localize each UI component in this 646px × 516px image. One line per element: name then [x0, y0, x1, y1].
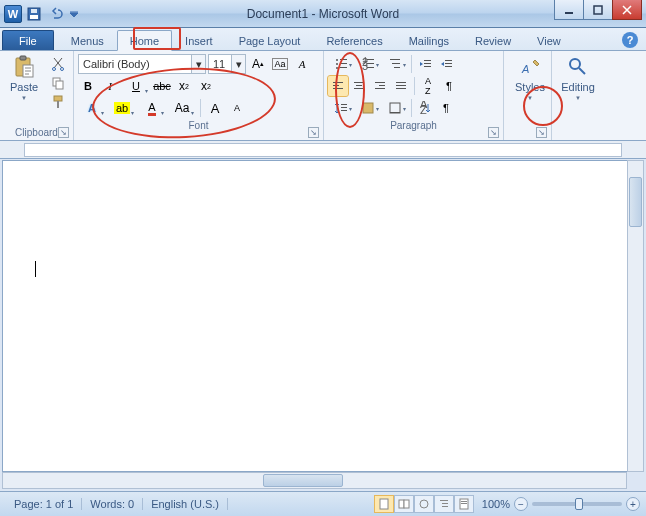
font-size-value: 11 [213, 58, 225, 70]
sort2-icon[interactable]: AZ [415, 98, 435, 118]
vertical-scrollbar[interactable] [627, 160, 644, 472]
horizontal-scrollbar[interactable] [2, 472, 627, 489]
grow-font-icon[interactable]: A▴ [248, 54, 268, 74]
font-group-label: Font [78, 119, 319, 133]
save-icon[interactable] [24, 4, 44, 24]
styles-dialog-launcher[interactable] [536, 127, 547, 138]
svg-rect-41 [375, 82, 385, 83]
svg-rect-17 [340, 63, 347, 64]
increase-indent-icon[interactable] [436, 54, 456, 74]
group-editing: Editing ▼ [552, 51, 600, 140]
tab-review[interactable]: Review [462, 30, 524, 50]
maximize-button[interactable] [583, 0, 613, 20]
sort-icon[interactable]: AZ [418, 76, 438, 96]
zoom-in-button[interactable]: + [626, 497, 640, 511]
ribbon-tabs: File Menus Home Insert Page Layout Refer… [0, 28, 646, 51]
svg-rect-29 [424, 60, 431, 61]
svg-rect-59 [404, 500, 409, 508]
align-right-icon[interactable] [370, 76, 390, 96]
cut-icon[interactable] [48, 55, 68, 73]
minimize-button[interactable] [554, 0, 584, 20]
page[interactable] [27, 161, 619, 471]
draft-view-icon[interactable] [454, 495, 474, 513]
svg-rect-31 [424, 66, 431, 67]
undo-icon[interactable] [46, 4, 66, 24]
copy-icon[interactable] [48, 74, 68, 92]
font-name-combo[interactable]: Calibri (Body)▾ [78, 54, 206, 74]
format-painter-icon[interactable] [48, 93, 68, 111]
tab-home[interactable]: Home [117, 30, 172, 51]
subscript-icon[interactable]: x2 [174, 76, 194, 96]
clipboard-dialog-launcher[interactable] [58, 127, 69, 138]
svg-rect-33 [445, 63, 452, 64]
font-size-combo[interactable]: 11▾ [208, 54, 246, 74]
close-button[interactable] [612, 0, 642, 20]
show-marks-icon[interactable]: ¶ [439, 76, 459, 96]
shrink-font-icon[interactable]: A [227, 98, 247, 118]
grow-font-2-icon[interactable]: A [205, 98, 225, 118]
underline-icon[interactable]: U [122, 76, 150, 96]
paste-label: Paste [10, 81, 38, 93]
character-shading-icon[interactable]: Aa [168, 98, 196, 118]
multilevel-list-icon[interactable] [382, 54, 408, 74]
highlight-icon[interactable]: ab [108, 98, 136, 118]
print-layout-view-icon[interactable] [374, 495, 394, 513]
scrollbar-thumb[interactable] [629, 177, 642, 227]
change-case-icon[interactable]: Aa [270, 54, 290, 74]
svg-rect-37 [333, 88, 343, 89]
font-dialog-launcher[interactable] [308, 127, 319, 138]
line-spacing-icon[interactable] [328, 98, 354, 118]
font-color-icon[interactable]: A [138, 98, 166, 118]
full-screen-reading-icon[interactable] [394, 495, 414, 513]
web-layout-icon[interactable] [414, 495, 434, 513]
tab-menus[interactable]: Menus [58, 30, 117, 50]
align-left-icon[interactable] [328, 76, 348, 96]
word-app-letter: W [8, 8, 18, 20]
superscript-icon[interactable]: x2 [196, 76, 216, 96]
shading-icon[interactable] [355, 98, 381, 118]
numbering-icon[interactable]: 123 [355, 54, 381, 74]
strikethrough-icon[interactable]: abc [152, 76, 172, 96]
text-effects-icon[interactable]: A [78, 98, 106, 118]
editing-button[interactable]: Editing ▼ [556, 53, 600, 101]
styles-button[interactable]: A Styles ▼ [508, 53, 552, 101]
tab-view[interactable]: View [524, 30, 574, 50]
horizontal-ruler[interactable] [0, 141, 646, 159]
zoom-out-button[interactable]: − [514, 497, 528, 511]
tab-mailings[interactable]: Mailings [396, 30, 462, 50]
zoom-slider-knob[interactable] [575, 498, 583, 510]
align-center-icon[interactable] [349, 76, 369, 96]
zoom-level[interactable]: 100% [482, 498, 510, 510]
status-bar: Page: 1 of 1 Words: 0 English (U.S.) 100… [0, 491, 646, 516]
word-app-icon[interactable]: W [4, 5, 22, 23]
svg-rect-58 [399, 500, 404, 508]
zoom-slider[interactable] [532, 502, 622, 506]
svg-point-56 [570, 59, 580, 69]
svg-rect-46 [396, 88, 406, 89]
paragraph-dialog-launcher[interactable] [488, 127, 499, 138]
tab-references[interactable]: References [313, 30, 395, 50]
svg-rect-12 [54, 96, 62, 101]
svg-point-16 [336, 63, 338, 65]
qat-customize-icon[interactable] [68, 4, 80, 24]
help-icon[interactable]: ? [622, 32, 638, 48]
clear-formatting-icon[interactable]: A [292, 54, 312, 74]
bold-icon[interactable]: B [78, 76, 98, 96]
paste-button[interactable]: Paste ▼ [4, 53, 44, 126]
pilcrow2-icon[interactable]: ¶ [436, 98, 456, 118]
scrollbar-thumb[interactable] [263, 474, 343, 487]
tab-page-layout[interactable]: Page Layout [226, 30, 314, 50]
decrease-indent-icon[interactable] [415, 54, 435, 74]
italic-icon[interactable]: I [100, 76, 120, 96]
bullets-icon[interactable] [328, 54, 354, 74]
tab-insert[interactable]: Insert [172, 30, 226, 50]
document-area[interactable] [2, 160, 644, 472]
tab-file[interactable]: File [2, 30, 54, 50]
svg-rect-27 [392, 63, 400, 64]
status-words[interactable]: Words: 0 [82, 498, 143, 510]
status-language[interactable]: English (U.S.) [143, 498, 228, 510]
justify-icon[interactable] [391, 76, 411, 96]
outline-view-icon[interactable] [434, 495, 454, 513]
status-page[interactable]: Page: 1 of 1 [6, 498, 82, 510]
borders-icon[interactable] [382, 98, 408, 118]
